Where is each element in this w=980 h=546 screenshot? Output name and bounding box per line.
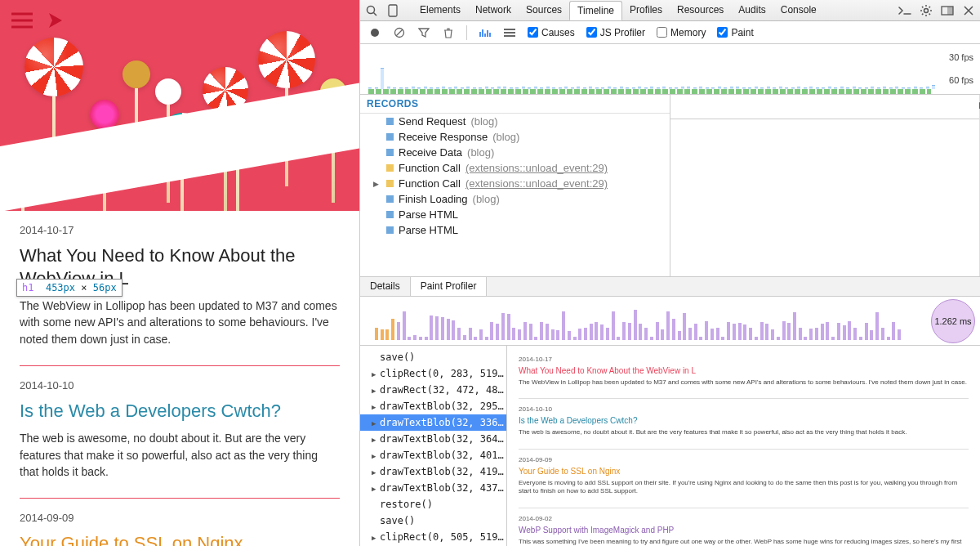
paint-command[interactable]: ▶drawTextBlob(32, 419… — [360, 463, 506, 480]
svg-point-5 — [371, 29, 379, 37]
devtools-panel-tabs: ElementsNetworkSourcesTimelineProfilesRe… — [412, 1, 824, 20]
record-row[interactable]: Finish Loading (blog) — [360, 191, 670, 207]
fps-label-30: 30 fps — [949, 52, 973, 62]
record-row[interactable]: Parse HTML — [360, 207, 670, 222]
paint-command[interactable]: ▶drawTextBlob(32, 364… — [360, 431, 506, 447]
drawer-toggle-icon[interactable] — [898, 4, 911, 17]
timeline-body: RECORDS Send Request (blog)Receive Respo… — [360, 95, 980, 276]
paint-command[interactable]: save() — [360, 349, 506, 365]
record-row[interactable]: Function Call (extensions::unload_event:… — [360, 160, 670, 176]
paint-command[interactable]: save() — [360, 512, 506, 529]
device-icon[interactable] — [386, 4, 399, 17]
inspected-page: 2014-10-17 What You Need to Know About t… — [0, 0, 359, 546]
record-row[interactable]: Parse HTML — [360, 222, 670, 238]
paint-checkbox[interactable]: Paint — [717, 27, 753, 38]
fps-chart[interactable]: 30 fps 60 fps — [360, 44, 980, 95]
panel-tab-sources[interactable]: Sources — [519, 1, 569, 20]
timeline-toolbar: Causes JS Profiler Memory Paint — [360, 21, 980, 44]
paint-command[interactable]: ▶clipRect(0, 505, 519… — [360, 529, 506, 545]
filter-icon[interactable] — [417, 26, 430, 39]
panel-tab-timeline[interactable]: Timeline — [569, 1, 622, 20]
memory-checkbox[interactable]: Memory — [657, 27, 706, 38]
record-row[interactable]: Receive Response (blog) — [360, 129, 670, 145]
devtools-main-bar: ElementsNetworkSourcesTimelineProfilesRe… — [360, 0, 980, 21]
jsprofiler-checkbox[interactable]: JS Profiler — [586, 27, 645, 38]
paint-command[interactable]: ▶drawTextBlob(32, 401… — [360, 447, 506, 463]
post-title[interactable]: Is the Web a Developers Cwtch? — [20, 400, 340, 423]
paint-command[interactable]: restore() — [360, 496, 506, 512]
svg-rect-1 — [389, 5, 397, 16]
fps-label-60: 60 fps — [949, 75, 973, 85]
paint-profiler-chart[interactable]: 1.262 ms — [360, 297, 980, 346]
inspect-icon[interactable] — [365, 4, 378, 17]
record-icon[interactable] — [368, 26, 381, 39]
post-date: 2014-09-09 — [20, 512, 340, 524]
paint-command[interactable]: ▶drawTextBlob(32, 437… — [360, 480, 506, 496]
post-body: The web is awesome, no doubt about it. B… — [20, 430, 340, 480]
garbage-icon[interactable] — [442, 26, 455, 39]
panel-tab-console[interactable]: Console — [773, 1, 824, 20]
panel-tab-profiles[interactable]: Profiles — [622, 1, 670, 20]
drawer-tabs: Details Paint Profiler — [360, 277, 980, 297]
svg-point-0 — [368, 6, 375, 13]
panel-tab-network[interactable]: Network — [468, 1, 519, 20]
paint-command[interactable]: ▶drawTextBlob(32, 336… — [360, 414, 506, 431]
panel-tab-audits[interactable]: Audits — [731, 1, 773, 20]
panel-tab-elements[interactable]: Elements — [412, 1, 468, 20]
devtools: ElementsNetworkSourcesTimelineProfilesRe… — [359, 0, 980, 546]
settings-gear-icon[interactable] — [920, 4, 933, 17]
records-list[interactable]: Send Request (blog)Receive Response (blo… — [360, 114, 670, 276]
panel-tab-resources[interactable]: Resources — [670, 1, 731, 20]
drawer: Details Paint Profiler 1.262 ms save()▶c… — [360, 276, 980, 546]
paint-command[interactable]: ▶drawTextBlob(32, 295… — [360, 398, 506, 414]
dock-icon[interactable] — [941, 4, 954, 17]
flamechart[interactable]: ▶▌ — [670, 95, 980, 276]
post-date: 2014-10-10 — [20, 379, 340, 392]
menu-icon[interactable] — [11, 12, 33, 29]
post-date: 2014-10-17 — [20, 224, 340, 236]
view-bars-icon[interactable] — [479, 26, 492, 39]
post-title[interactable]: Your Guide to SSL on Nginx — [20, 532, 340, 546]
drawer-tab-details[interactable]: Details — [360, 277, 411, 296]
element-dimensions-tooltip: h1 453px × 56px — [16, 279, 122, 297]
drawer-tab-paint-profiler[interactable]: Paint Profiler — [411, 277, 488, 296]
paint-preview: 2014-10-17What You Need to Know About th… — [507, 346, 980, 546]
hero — [0, 0, 359, 211]
records-header: RECORDS — [360, 95, 670, 114]
paint-command[interactable]: ▶drawRect(32, 472, 48… — [360, 382, 506, 398]
record-row[interactable]: ▶Function Call (extensions::unload_event… — [360, 176, 670, 191]
record-row[interactable]: Send Request (blog) — [360, 114, 670, 129]
paint-command-list[interactable]: save()▶clipRect(0, 283, 519…▶drawRect(32… — [360, 346, 507, 546]
record-row[interactable]: Receive Data (blog) — [360, 145, 670, 160]
post-body: The WebView in Lollipop has been updated… — [20, 298, 340, 347]
post-list: 2014-10-17 What You Need to Know About t… — [0, 211, 359, 546]
clear-icon[interactable] — [393, 26, 406, 39]
post: 2014-09-09 Your Guide to SSL on Nginx Ev… — [20, 499, 340, 546]
causes-checkbox[interactable]: Causes — [528, 27, 575, 38]
svg-rect-4 — [947, 7, 953, 15]
close-icon[interactable] — [962, 4, 975, 17]
view-flame-icon[interactable] — [503, 26, 516, 39]
post: 2014-10-10 Is the Web a Developers Cwtch… — [20, 366, 340, 499]
paint-command[interactable]: ▶clipRect(0, 283, 519… — [360, 365, 506, 382]
location-icon[interactable] — [47, 11, 64, 29]
paint-time-badge: 1.262 ms — [931, 299, 975, 343]
svg-point-2 — [924, 8, 929, 12]
